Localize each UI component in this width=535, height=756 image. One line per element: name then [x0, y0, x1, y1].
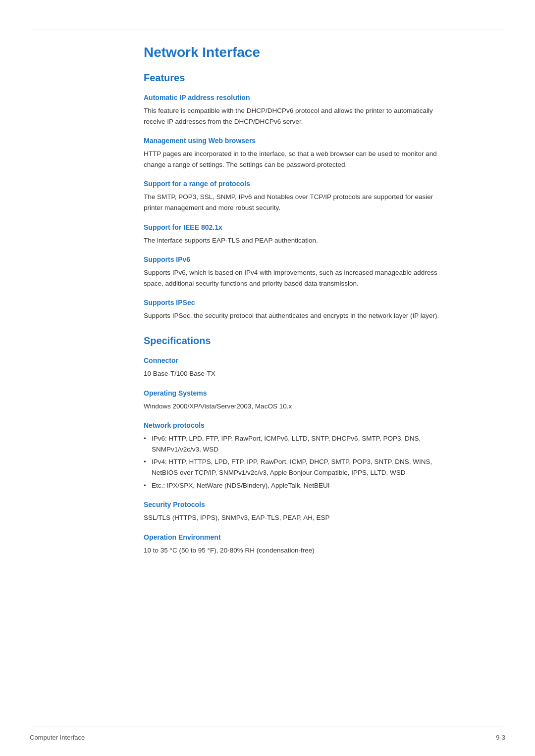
spec-subsection-3: Security Protocols SSL/TLS (HTTPS, IPPS)… — [144, 501, 441, 523]
features-subsection-2: Support for a range of protocols The SMT… — [144, 180, 441, 213]
spec-subsection-0: Connector 10 Base-T/100 Base-TX — [144, 356, 441, 379]
spec-subsection-4: Operation Environment 10 to 35 °C (50 to… — [144, 533, 441, 556]
top-border — [30, 30, 505, 30]
spec-list-2: IPv6: HTTP, LPD, FTP, IPP, RawPort, ICMP… — [144, 433, 441, 491]
features-section-title: Features — [144, 72, 441, 84]
spec-body-4: 10 to 35 °C (50 to 95 °F), 20-80% RH (co… — [144, 545, 441, 556]
subsection-body-2: The SMTP, POP3, SSL, SNMP, IPv6 and Nota… — [144, 192, 441, 213]
subsection-title-4: Supports IPv6 — [144, 255, 441, 263]
features-subsection-1: Management using Web browsers HTTP pages… — [144, 137, 441, 170]
subsection-body-1: HTTP pages are incorporated in to the in… — [144, 149, 441, 170]
subsection-body-5: Supports IPSec, the security protocol th… — [144, 310, 441, 321]
list-item-1: IPv4: HTTP, HTTPS, LPD, FTP, IPP, RawPor… — [144, 456, 441, 478]
footer: Computer Interface 9-3 — [30, 734, 505, 741]
subsection-title-2: Support for a range of protocols — [144, 180, 441, 188]
spec-body-1: Windows 2000/XP/Vista/Server2003, MacOS … — [144, 401, 441, 412]
subsection-title-3: Support for IEEE 802.1x — [144, 223, 441, 231]
features-subsection-4: Supports IPv6 Supports IPv6, which is ba… — [144, 255, 441, 289]
spec-body-0: 10 Base-T/100 Base-TX — [144, 368, 441, 379]
list-item-0: IPv6: HTTP, LPD, FTP, IPP, RawPort, ICMP… — [144, 433, 441, 454]
spec-title-1: Operating Systems — [144, 389, 441, 397]
spec-title-0: Connector — [144, 356, 441, 364]
features-subsection-3: Support for IEEE 802.1x The interface su… — [144, 223, 441, 246]
features-subsection-0: Automatic IP address resolution This fea… — [144, 94, 441, 127]
spec-body-3: SSL/TLS (HTTPS, IPPS), SNMPv3, EAP-TLS, … — [144, 512, 441, 523]
subsection-body-3: The interface supports EAP-TLS and PEAP … — [144, 235, 441, 246]
spec-title-2: Network protocols — [144, 421, 441, 429]
subsection-title-5: Supports IPSec — [144, 299, 441, 306]
spec-title-3: Security Protocols — [144, 501, 441, 508]
page-title: Network Interface — [144, 45, 441, 60]
subsection-body-4: Supports IPv6, which is based on IPv4 wi… — [144, 267, 441, 289]
footer-right: 9-3 — [496, 734, 505, 741]
features-subsection-5: Supports IPSec Supports IPSec, the secur… — [144, 299, 441, 321]
list-item-2: Etc.: IPX/SPX, NetWare (NDS/Bindery), Ap… — [144, 480, 441, 491]
subsection-body-0: This feature is compatible with the DHCP… — [144, 105, 441, 127]
main-content: Network Interface Features Automatic IP … — [45, 0, 490, 609]
spec-subsection-1: Operating Systems Windows 2000/XP/Vista/… — [144, 389, 441, 412]
footer-left: Computer Interface — [30, 734, 85, 741]
subsection-title-1: Management using Web browsers — [144, 137, 441, 145]
spec-title-4: Operation Environment — [144, 533, 441, 541]
bottom-border — [30, 726, 505, 726]
spec-subsection-2: Network protocols IPv6: HTTP, LPD, FTP, … — [144, 421, 441, 491]
subsection-title-0: Automatic IP address resolution — [144, 94, 441, 101]
specifications-section-title: Specifications — [144, 335, 441, 347]
